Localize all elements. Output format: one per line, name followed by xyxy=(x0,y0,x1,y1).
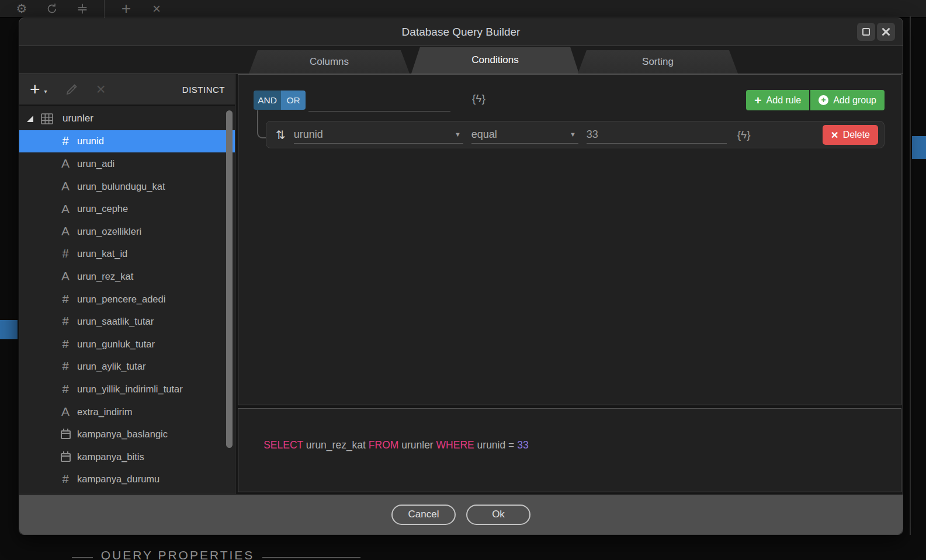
field-label: urun_adi xyxy=(77,158,115,169)
group-condition-input[interactable] xyxy=(308,111,450,112)
close-tab-icon[interactable]: × xyxy=(148,0,165,18)
expression-icon[interactable]: {ϟ} xyxy=(472,92,485,105)
dialog-title: Database Query Builder xyxy=(19,18,903,46)
conjunction-toggle: AND OR xyxy=(254,91,306,110)
tree-scrollbar-thumb[interactable] xyxy=(226,110,233,448)
divider-line xyxy=(72,557,93,558)
chevron-down-icon: ▾ xyxy=(44,88,47,95)
dialog-content: + ▾ × DISTINCT urunler xyxy=(19,74,903,496)
tree-item-field[interactable]: kampanya_baslangic xyxy=(19,423,235,446)
field-select[interactable]: urunid ▼ xyxy=(294,126,463,144)
expression-icon[interactable]: {ϟ} xyxy=(737,128,751,141)
operator-select-value: equal xyxy=(471,128,497,141)
value-input[interactable]: 33 xyxy=(587,126,727,144)
field-select-value: urunid xyxy=(294,128,323,141)
x-icon: × xyxy=(831,130,838,140)
settings-icon[interactable]: ⚙ xyxy=(13,0,30,18)
background-panel-edge xyxy=(910,16,911,535)
sql-token: urunid = xyxy=(474,439,517,451)
dialog-titlebar[interactable]: Database Query Builder xyxy=(19,18,903,46)
field-label: urun_pencere_adedi xyxy=(77,294,165,305)
field-label: urun_gunluk_tutar xyxy=(77,339,155,350)
maximize-button[interactable] xyxy=(857,23,875,41)
or-toggle[interactable]: OR xyxy=(281,91,306,110)
tree-item-field[interactable]: # urun_yillik_indirimli_tutar xyxy=(19,378,235,401)
tree-item-field[interactable]: A urun_ozellikleri xyxy=(19,220,235,243)
tree-item-field[interactable]: # kampanya_durumu xyxy=(19,468,235,491)
field-label: kampanya_durumu xyxy=(77,474,159,485)
refresh-icon[interactable] xyxy=(43,0,61,18)
dock-layout-icon[interactable] xyxy=(74,0,91,18)
tab-label: Conditions xyxy=(471,54,518,66)
sql-statement: SELECT urun_rez_kat FROM urunler WHERE u… xyxy=(247,415,893,451)
add-rule-button[interactable]: + Add rule xyxy=(746,90,809,110)
section-title: QUERY PROPERTIES xyxy=(101,547,255,560)
field-type-icon: # xyxy=(57,293,74,306)
edit-button[interactable] xyxy=(65,82,79,96)
cancel-button[interactable]: Cancel xyxy=(391,505,456,525)
tree-item-field[interactable]: A urun_adi xyxy=(19,152,235,175)
tree-item-field[interactable]: kampanya_bitis xyxy=(19,446,235,468)
field-type-icon: # xyxy=(57,360,74,373)
tree-item-field[interactable]: # urun_saatlik_tutar xyxy=(19,310,235,333)
divider-line xyxy=(262,557,360,558)
tree-item-field[interactable]: # urun_gunluk_tutar xyxy=(19,333,235,356)
add-rule-label: Add rule xyxy=(767,95,802,106)
delete-rule-button[interactable]: × Delete xyxy=(823,125,878,145)
field-type-icon: A xyxy=(57,202,74,216)
field-label: urun_bulundugu_kat xyxy=(77,181,165,192)
plus-icon: + xyxy=(30,81,40,98)
field-label: extra_indirim xyxy=(77,406,132,418)
sql-preview-panel[interactable]: SELECT urun_rez_kat FROM urunler WHERE u… xyxy=(238,408,901,492)
distinct-toggle[interactable]: DISTINCT xyxy=(182,85,225,95)
field-type-icon: # xyxy=(57,472,74,486)
expander-icon[interactable] xyxy=(27,116,33,122)
and-toggle[interactable]: AND xyxy=(254,91,281,110)
field-type-icon: # xyxy=(57,134,74,148)
remove-button[interactable]: × xyxy=(96,81,106,98)
field-label: urun_saatlik_tutar xyxy=(77,316,154,327)
tree-item-field[interactable]: # urun_kat_id xyxy=(19,243,235,266)
field-type-icon: A xyxy=(57,224,74,238)
field-label: urun_cephe xyxy=(77,203,128,214)
tree-item-field[interactable]: # urunid xyxy=(19,130,235,153)
rule-connector-line xyxy=(257,110,266,138)
field-type-icon: # xyxy=(57,315,74,328)
sql-token: WHERE xyxy=(436,439,474,451)
database-query-builder-dialog: Database Query Builder ColumnsConditions… xyxy=(19,18,903,535)
add-buttons-group: + Add rule + Add group xyxy=(746,90,885,110)
tree-item-field[interactable]: A extra_indirim xyxy=(19,401,235,423)
tab[interactable]: Columns xyxy=(249,50,410,74)
tree-item-field[interactable]: # urun_aylik_tutar xyxy=(19,356,235,378)
field-type-icon xyxy=(57,452,74,462)
field-type-icon xyxy=(57,429,74,439)
condition-rule-row: ⇅ urunid ▼ equal ▼ 33 {ϟ} × Delete xyxy=(266,121,885,148)
tab[interactable]: Conditions xyxy=(411,47,579,74)
field-type-icon: # xyxy=(57,247,74,260)
ok-button[interactable]: Ok xyxy=(466,505,530,525)
tab[interactable]: Sorting xyxy=(578,50,738,74)
add-column-button[interactable]: + ▾ xyxy=(30,81,47,98)
field-label: urun_rez_kat xyxy=(77,271,133,282)
add-icon[interactable]: + xyxy=(117,0,135,18)
calendar-icon xyxy=(61,453,71,462)
field-label: urunid xyxy=(77,135,104,147)
background-blue-strip-left xyxy=(0,320,18,339)
tree-item-field[interactable]: A urun_bulundugu_kat xyxy=(19,175,235,198)
tree-field-list: # urunid A urun_adi A urun_bulundugu_kat… xyxy=(19,130,235,491)
close-button[interactable] xyxy=(877,23,895,41)
tree-item-table[interactable]: urunler xyxy=(19,107,235,130)
field-type-icon: # xyxy=(57,382,74,396)
reorder-icon[interactable]: ⇅ xyxy=(276,128,286,142)
tab-strip: ColumnsConditionsSorting xyxy=(19,46,903,74)
field-type-icon: A xyxy=(57,269,74,283)
calendar-icon xyxy=(61,430,71,439)
sql-token: SELECT xyxy=(263,439,303,451)
tree-item-field[interactable]: # urun_pencere_adedi xyxy=(19,288,235,311)
chevron-down-icon: ▼ xyxy=(455,131,461,138)
add-group-button[interactable]: + Add group xyxy=(810,90,885,110)
operator-select[interactable]: equal ▼ xyxy=(471,126,578,144)
field-type-icon: A xyxy=(57,156,74,171)
tree-item-field[interactable]: A urun_rez_kat xyxy=(19,265,235,288)
tree-item-field[interactable]: A urun_cephe xyxy=(19,197,235,220)
